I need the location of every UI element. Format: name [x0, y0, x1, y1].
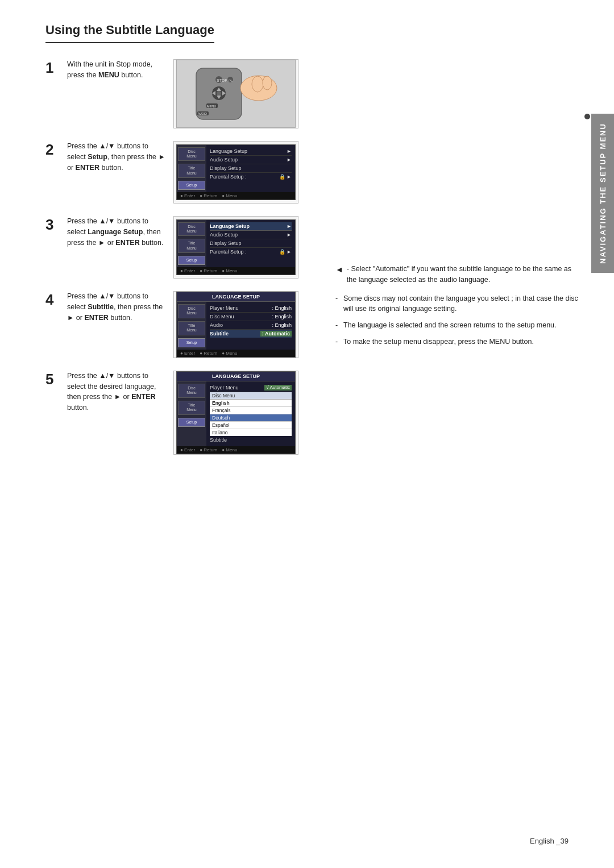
svg-point-10 [217, 91, 221, 95]
step-1-content: With the unit in Stop mode, press the ME… [67, 59, 324, 128]
step-5: 5 Press the ▲/▼ buttons to select the de… [45, 371, 324, 455]
svg-text:STOP: STOP [217, 78, 227, 82]
page-number: English _39 [530, 837, 569, 845]
main-note-text: - Select "Automatic" if you want the sub… [347, 264, 580, 285]
step-4-content: Press the ▲/▼ buttons to select Subtitle… [67, 291, 324, 358]
step-1-image: STOP PL [173, 59, 298, 128]
sidebar-tab-label: NAVIGATING THE SETUP MENU [599, 123, 607, 264]
sidebar-tab-dot [584, 114, 590, 119]
main-note: ◄ - Select "Automatic" if you want the s… [335, 264, 580, 285]
step-3: 3 Press the ▲/▼ buttons to select Langua… [45, 216, 324, 279]
step-2-image: DiscMenu TitleMenu Setup Language Setup► [173, 141, 298, 203]
sidebar-tab: NAVIGATING THE SETUP MENU [591, 114, 614, 273]
step-number-3: 3 [45, 217, 61, 232]
svg-text:MENU: MENU [207, 105, 216, 108]
step-number-2: 2 [45, 142, 61, 157]
notes-list: Some discs may not contain the language … [335, 293, 580, 347]
step-3-text: Press the ▲/▼ buttons to select Language… [67, 216, 167, 248]
svg-point-16 [252, 76, 263, 92]
steps-column: 1 With the unit in Stop mode, press the … [45, 59, 324, 467]
svg-point-17 [263, 76, 272, 90]
step-4-text: Press the ▲/▼ buttons to select Subtitle… [67, 291, 167, 323]
step-2: 2 Press the ▲/▼ buttons to select Setup,… [45, 141, 324, 203]
note-item-3: To make the setup menu disappear, press … [335, 337, 580, 347]
step-4-image: LANGUAGE SETUP DiscMenu TitleMenu Setup [173, 291, 298, 358]
svg-text:PL: PL [229, 79, 233, 82]
arrow-icon: ◄ [335, 264, 343, 276]
step-5-image: LANGUAGE SETUP DiscMenu TitleMenu Setup [173, 371, 298, 455]
page-container: Using the Subtitle Language 1 With the u… [0, 0, 614, 868]
page-title: Using the Subtitle Language [45, 23, 214, 43]
step-number-4: 4 [45, 292, 61, 307]
note-item-2: The language is selected and the screen … [335, 320, 580, 331]
step-number-5: 5 [45, 372, 61, 387]
step-5-content: Press the ▲/▼ buttons to select the desi… [67, 371, 324, 455]
step-1-text: With the unit in Stop mode, press the ME… [67, 59, 167, 81]
svg-text:AUDIO: AUDIO [198, 112, 207, 115]
step-3-image: DiscMenu TitleMenu Setup Language Setup► [173, 216, 298, 279]
step-2-content: Press the ▲/▼ buttons to select Setup, t… [67, 141, 324, 203]
step-4: 4 Press the ▲/▼ buttons to select Subtit… [45, 291, 324, 358]
note-item-1: Some discs may not contain the language … [335, 293, 580, 315]
step-2-text: Press the ▲/▼ buttons to select Setup, t… [67, 141, 167, 173]
step-5-text: Press the ▲/▼ buttons to select the desi… [67, 371, 167, 413]
step-3-content: Press the ▲/▼ buttons to select Language… [67, 216, 324, 279]
page-footer: English _39 [530, 837, 569, 845]
notes-column: ◄ - Select "Automatic" if you want the s… [335, 264, 580, 353]
step-number-1: 1 [45, 60, 61, 75]
step-1: 1 With the unit in Stop mode, press the … [45, 59, 324, 128]
